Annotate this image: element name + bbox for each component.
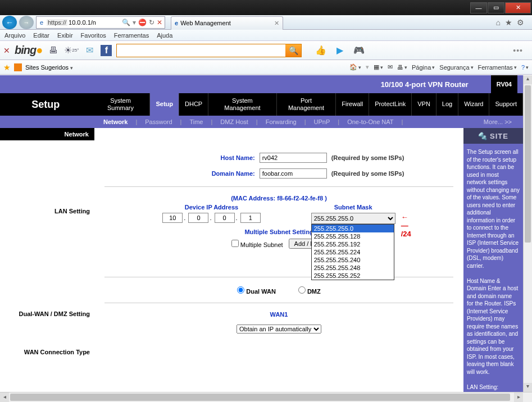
subnav-password[interactable]: Password bbox=[137, 118, 180, 125]
subnav-dmz-host[interactable]: DMZ Host bbox=[212, 118, 256, 125]
subnet-option[interactable]: 255.255.255.192 bbox=[312, 240, 394, 248]
like-icon[interactable]: 👍 bbox=[314, 44, 328, 57]
toolbar-overflow-icon[interactable]: ••• bbox=[513, 46, 529, 55]
address-bar[interactable]: e https:// 🔍 ▾ ⛔ ↻ ✕ bbox=[36, 16, 165, 29]
subnav-more[interactable]: More... >> bbox=[476, 118, 523, 125]
subnet-option[interactable]: 255.255.255.0 bbox=[312, 225, 394, 232]
subnav-network[interactable]: Network bbox=[96, 118, 135, 125]
product-title: 10/100 4-port VPN Router bbox=[381, 80, 469, 89]
home-icon[interactable]: ⌂ bbox=[496, 18, 501, 27]
suggested-sites-icon bbox=[14, 63, 22, 71]
tools-icon[interactable]: ⚙ bbox=[517, 18, 524, 27]
menu-favoritos[interactable]: Favoritos bbox=[81, 32, 106, 39]
subnet-option[interactable]: 255.255.255.128 bbox=[312, 232, 394, 240]
domain-input[interactable] bbox=[260, 168, 327, 179]
nav-support[interactable]: Support bbox=[489, 93, 523, 116]
hostname-label: Host Name: bbox=[154, 154, 255, 161]
ip-octet-4[interactable] bbox=[240, 213, 261, 223]
dmz-radio-label[interactable]: DMZ bbox=[298, 286, 321, 295]
menu-ajuda[interactable]: Ajuda bbox=[157, 32, 172, 39]
nav-dhcp[interactable]: DHCP bbox=[179, 93, 208, 116]
favorites-icon[interactable]: ★ bbox=[505, 18, 512, 27]
menubar: Arquivo Editar Exibir Favoritos Ferramen… bbox=[0, 30, 532, 41]
dual-wan-radio-label[interactable]: Dual WAN bbox=[237, 286, 276, 295]
print-button[interactable]: 🖶 bbox=[397, 64, 407, 71]
wan1-connection-select[interactable]: Obtain an IP automatically bbox=[237, 325, 321, 334]
dropdown-icon[interactable]: ▾ bbox=[133, 19, 136, 26]
cert-error-icon[interactable]: ⛔ bbox=[138, 19, 147, 26]
menu-editar[interactable]: Editar bbox=[33, 32, 49, 39]
scroll-up-button[interactable]: ▴ bbox=[524, 75, 532, 84]
multiple-subnet-checkbox[interactable] bbox=[231, 240, 239, 247]
subnav-one-to-one-nat[interactable]: One-to-One NAT bbox=[339, 118, 401, 125]
subnet-option[interactable]: 255.255.255.240 bbox=[312, 256, 394, 264]
nav-log[interactable]: Log bbox=[436, 93, 458, 116]
annotation-arrow: ←— /24 bbox=[401, 213, 411, 238]
nav-system-management[interactable]: System Management bbox=[208, 93, 277, 116]
nav-wizard[interactable]: Wizard bbox=[458, 93, 489, 116]
vertical-scroll-thumb[interactable] bbox=[525, 85, 531, 243]
tab-close-icon[interactable]: ✕ bbox=[274, 20, 279, 27]
video-icon[interactable]: ▶ bbox=[333, 44, 347, 57]
ip-octet-2[interactable] bbox=[188, 213, 208, 223]
nav-protectlink[interactable]: ProtectLink bbox=[369, 93, 412, 116]
subnet-mask-title: Subnet Mask bbox=[311, 204, 395, 211]
horizontal-scrollbar[interactable]: ◂ ▸ bbox=[0, 392, 532, 402]
facebook-icon[interactable]: f bbox=[101, 45, 112, 56]
close-window-button[interactable]: ✕ bbox=[505, 2, 531, 13]
scroll-left-button[interactable]: ◂ bbox=[0, 392, 9, 402]
subnav-time[interactable]: Time bbox=[181, 118, 211, 125]
menu-arquivo[interactable]: Arquivo bbox=[4, 32, 25, 39]
tools-button[interactable]: Ferramentas bbox=[478, 64, 517, 71]
hostname-input[interactable] bbox=[260, 153, 327, 163]
minimize-button[interactable]: — bbox=[470, 2, 487, 13]
weather-icon[interactable]: ☀25° bbox=[65, 44, 78, 57]
games-icon[interactable]: 🎮 bbox=[352, 44, 366, 57]
suggested-sites-button[interactable]: Sites Sugeridos bbox=[25, 64, 73, 71]
back-button[interactable]: ← bbox=[2, 16, 17, 29]
help-button[interactable]: ? bbox=[521, 64, 529, 71]
bing-search-button[interactable]: 🔍 bbox=[285, 44, 301, 57]
url-input[interactable] bbox=[67, 19, 120, 26]
menu-ferramentas[interactable]: Ferramentas bbox=[114, 32, 149, 39]
stop-icon[interactable]: ✕ bbox=[157, 19, 162, 26]
search-icon[interactable]: 🔍 bbox=[122, 19, 130, 26]
nav-system-summary[interactable]: System Summary bbox=[92, 93, 151, 116]
subnav-upnp[interactable]: UPnP bbox=[306, 118, 338, 125]
printer-icon[interactable]: 🖶 bbox=[47, 44, 60, 57]
subnet-option[interactable]: 255.255.255.252 bbox=[312, 272, 394, 280]
vertical-scrollbar[interactable]: ▴ ▾ bbox=[523, 75, 532, 392]
refresh-icon[interactable]: ↻ bbox=[149, 19, 154, 26]
read-mail-button[interactable]: ✉ bbox=[388, 63, 393, 71]
forward-button[interactable]: → bbox=[19, 16, 34, 29]
nav-firewall[interactable]: Firewall bbox=[336, 93, 369, 116]
tab-web-management[interactable]: e Web Management ✕ bbox=[171, 16, 283, 30]
ip-octet-3[interactable] bbox=[215, 213, 235, 223]
nav-port-management[interactable]: Port Management bbox=[277, 93, 337, 116]
subnet-mask-select[interactable]: 255.255.255.0 bbox=[311, 213, 395, 224]
maximize-button[interactable]: ▭ bbox=[488, 2, 504, 13]
safety-button[interactable]: Segurança bbox=[439, 64, 473, 71]
subnav-forwarding[interactable]: Forwarding bbox=[258, 118, 304, 125]
favorites-star-icon[interactable]: ★ bbox=[3, 63, 11, 72]
subnet-option[interactable]: 255.255.255.224 bbox=[312, 248, 394, 256]
nav-vpn[interactable]: VPN bbox=[412, 93, 436, 116]
dmz-radio[interactable] bbox=[298, 286, 306, 294]
multiple-subnet-checkbox-label[interactable]: Multiple Subnet bbox=[231, 240, 283, 248]
subnet-option[interactable]: 255.255.255.248 bbox=[312, 264, 394, 272]
home-button[interactable]: 🏠 bbox=[349, 63, 361, 71]
menu-exibir[interactable]: Exibir bbox=[57, 32, 73, 39]
feeds-button[interactable]: ▦ bbox=[374, 63, 383, 71]
mail-icon[interactable]: ✉ bbox=[83, 44, 96, 57]
scroll-right-button[interactable]: ▸ bbox=[514, 392, 523, 402]
bing-search-input[interactable] bbox=[117, 44, 285, 57]
horizontal-scroll-thumb[interactable] bbox=[10, 394, 510, 401]
scroll-down-button[interactable]: ▾ bbox=[524, 383, 532, 392]
nav-setup[interactable]: Setup bbox=[150, 93, 179, 116]
page-button[interactable]: Página bbox=[412, 64, 435, 71]
toolbar-close-icon[interactable]: ✕ bbox=[3, 46, 10, 55]
dual-wan-radio[interactable] bbox=[237, 286, 244, 294]
sitemap-header[interactable]: 🔩SITE bbox=[463, 128, 523, 144]
ip-octet-1[interactable] bbox=[162, 213, 183, 223]
bing-logo[interactable]: bing● bbox=[15, 44, 42, 57]
